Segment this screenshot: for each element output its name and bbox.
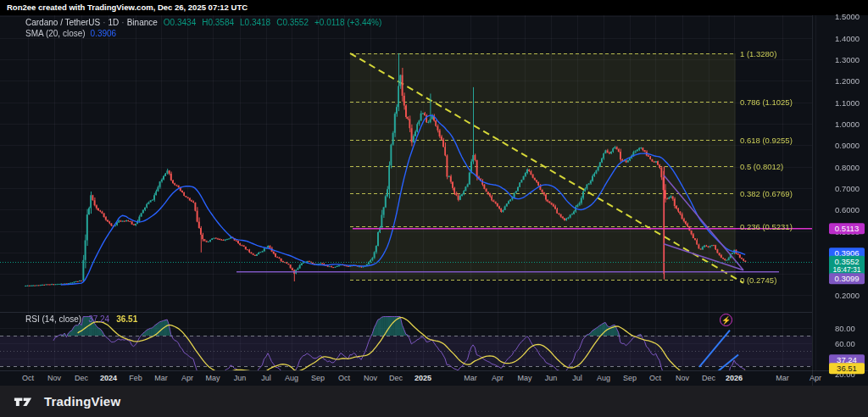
badge-value: 36.51 [837,364,857,373]
price-tick-label: 1.0000 [835,119,860,128]
time-axis[interactable]: OctNovDec2024FebMarAprMayJunJulAugSepOct… [0,370,868,386]
time-axis-month-label: May [205,374,220,382]
sma-value: 0.3906 [91,29,117,38]
exchange-label: Binance [127,18,158,27]
tradingview-screenshot: Ron2ee created with TradingView.com, Dec… [0,0,868,417]
time-axis-month-label: Oct [338,374,350,382]
time-axis-month-label: Aug [285,374,298,382]
footer-bar: TradingView [0,386,868,417]
ohlc-open: O0.3434 [164,18,196,27]
time-axis-month-label: Sep [623,374,637,382]
symbol-legend[interactable]: Cardano / TetherUS·1D·BinanceO0.3434H0.3… [25,18,381,27]
sma-label[interactable]: SMA (20, close) [25,29,86,38]
time-axis-month-label: Feb [129,374,142,382]
price-tick-label: 0.7000 [835,183,860,192]
price-tick-label: 1.4000 [835,33,860,42]
symbol-name[interactable]: Cardano / TetherUS [25,18,100,27]
tradingview-logo-icon[interactable] [14,395,36,409]
chart-area[interactable]: Cardano / TetherUS·1D·BinanceO0.3434H0.3… [0,15,868,386]
badge-value: 0.3552 [834,257,859,266]
fib-236-price-badge: 0.5113 [829,223,865,234]
sma-legend[interactable]: SMA (20, close)0.3906 [25,29,116,38]
fib-level-label: 0.786 (1.1025) [740,97,793,106]
time-axis-month-label: Sep [311,374,325,382]
time-axis-year-label: 2026 [726,374,743,382]
price-chart-canvas[interactable] [0,15,868,386]
price-tick-label: 0.9000 [835,141,860,150]
fib-level-label: 1 (1.3280) [740,48,776,58]
change-label: +0.0118 (+3.44%) [314,18,381,27]
price-tick-label: 1.3000 [835,54,860,64]
fib-level-label: 0.236 (0.5231) [740,221,793,231]
time-axis-month-label: Jun [234,374,247,382]
time-axis-month-label: Nov [676,374,689,382]
time-axis-month-label: Apr [492,374,504,382]
brand-name[interactable]: TradingView [44,394,120,409]
last-price-badge: 0.355216:47:31 [829,256,865,275]
rsi-ma-value: 36.51 [116,314,137,324]
rsi-legend[interactable]: RSI (14, close)37.2436.51 [25,314,137,324]
time-axis-month-label: Oct [649,374,661,382]
lightning-icon[interactable]: ⚡ [720,314,732,326]
time-axis-month-label: May [517,374,531,382]
time-axis-month-label: Jun [545,374,558,382]
price-tick-label: 1.2000 [835,76,860,86]
time-axis-month-label: Oct [22,374,34,382]
time-axis-month-label: Mar [776,374,789,382]
time-axis-month-label: Nov [364,374,377,382]
time-axis-month-label: Mar [154,374,168,382]
price-tick-label: 0.6000 [835,205,860,214]
price-tick-label: 0.2000 [835,291,860,300]
time-axis-month-label: Mar [464,374,477,382]
time-axis-month-label: Jul [572,374,582,382]
ohlc-high: H0.3584 [202,18,234,27]
fib-level-label: 0.382 (0.6769) [740,188,793,197]
price-tick-label: 1.1000 [835,97,860,107]
rsi-tick-label: 80.00 [835,324,855,333]
ohlc-close: C0.3552 [276,18,309,27]
watermark-bar: Ron2ee created with TradingView.com, Dec… [0,0,868,15]
interval-label[interactable]: 1D [108,18,120,27]
time-axis-month-label: Dec [702,374,715,382]
support-price-badge: 0.3099 [829,273,865,284]
rsi-label[interactable]: RSI (14, close) [25,314,81,324]
badge-value: 0.5113 [835,224,859,233]
time-axis-year-label: 2025 [415,374,431,382]
rsi-tick-label: 60.00 [835,339,855,348]
badge-value: 0.3099 [834,274,859,283]
time-axis-month-label: Apr [181,374,193,382]
time-axis-month-label: Dec [389,374,403,382]
fib-level-label: 0 (0.2745) [740,275,776,284]
watermark-text: Ron2ee created with TradingView.com, Dec… [7,3,248,12]
rsi-value: 37.24 [88,314,109,324]
time-axis-month-label: Nov [47,374,61,382]
rsi-ma-value-badge: 36.51 [829,363,865,374]
ohlc-low: L0.3418 [240,18,270,27]
time-axis-year-label: 2024 [100,374,117,382]
price-tick-label: 0.8000 [835,162,860,171]
price-axis-separator [812,15,813,386]
time-axis-month-label: Aug [597,374,610,382]
time-axis-month-label: Jul [261,374,271,382]
fib-level-label: 0.5 (0.8012) [740,162,783,171]
fib-level-label: 0.618 (0.9255) [740,135,793,144]
price-tick-label: 1.5000 [835,12,860,21]
time-axis-month-label: Dec [75,374,88,382]
